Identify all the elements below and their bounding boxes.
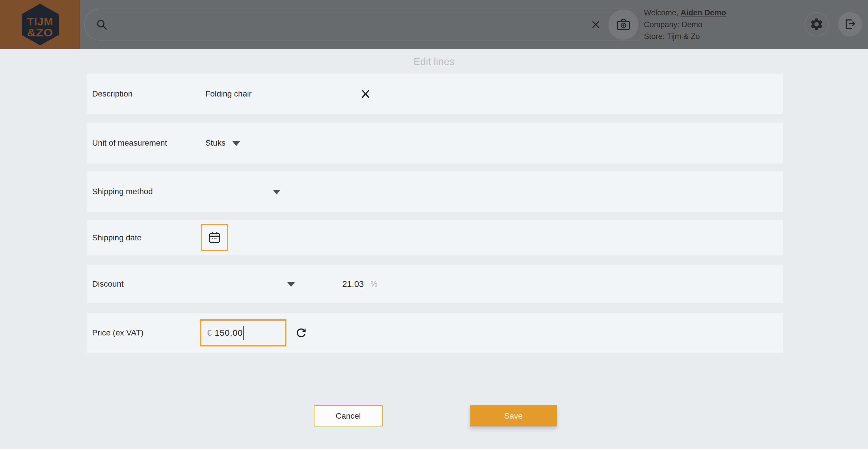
clear-search-button[interactable]: [590, 19, 601, 30]
search-icon: [96, 19, 108, 31]
chevron-down-icon[interactable]: [287, 282, 295, 287]
description-label: Description: [92, 89, 132, 98]
price-label: Price (ex VAT): [92, 328, 144, 337]
form-row-shipping-date: Shipping date: [87, 220, 783, 256]
user-name-link[interactable]: Aiden Demo: [681, 8, 726, 17]
form-row-price: Price (ex VAT) € 150.00: [87, 313, 783, 353]
unit-label: Unit of measurement: [92, 139, 167, 148]
refresh-price-button[interactable]: [294, 326, 308, 339]
shipping-date-label: Shipping date: [92, 233, 142, 242]
unit-value[interactable]: Stuks: [205, 139, 225, 148]
save-button[interactable]: Save: [470, 406, 557, 426]
euro-currency-symbol: €: [207, 328, 212, 338]
app-header: TIJM &ZO Welc: [0, 0, 868, 49]
welcome-prefix: Welcome,: [644, 8, 681, 17]
discount-label: Discount: [92, 279, 124, 289]
clear-description-button[interactable]: [360, 88, 371, 99]
close-icon: [590, 19, 601, 30]
logout-icon: [843, 18, 857, 31]
form-row-unit-of-measurement: Unit of measurement Stuks: [87, 122, 783, 163]
shipping-method-label: Shipping method: [92, 187, 153, 196]
shipping-date-picker-button[interactable]: [201, 224, 228, 251]
form-row-shipping-method: Shipping method: [87, 171, 783, 212]
hexagon-logo-icon: TIJM &ZO: [22, 4, 59, 46]
welcome-line: Welcome, Aiden Demo: [644, 7, 726, 19]
camera-search-button[interactable]: [609, 9, 639, 39]
cancel-button[interactable]: Cancel: [314, 406, 382, 426]
logo-text-line2: &ZO: [27, 27, 53, 39]
search-bar: [84, 9, 639, 40]
text-caret: [243, 326, 244, 340]
price-value: 150.00: [215, 328, 243, 338]
refresh-icon: [294, 326, 308, 339]
calendar-icon: [208, 231, 221, 244]
page-title: Edit lines: [0, 56, 868, 67]
discount-percent-sign: %: [370, 279, 377, 288]
discount-amount[interactable]: 21.03: [335, 279, 364, 289]
settings-button[interactable]: [804, 12, 829, 36]
logout-button[interactable]: [838, 12, 862, 36]
search-input[interactable]: [113, 13, 590, 36]
store-line: Store: Tijm & Zo: [644, 31, 726, 42]
brand-logo[interactable]: TIJM &ZO: [0, 0, 80, 49]
price-input[interactable]: € 150.00: [200, 319, 286, 347]
chevron-down-icon[interactable]: [273, 189, 280, 194]
user-info-block: Welcome, Aiden Demo Company: Demo Store:…: [644, 7, 726, 42]
camera-icon: [616, 18, 631, 31]
close-icon: [360, 88, 371, 99]
form-row-discount: Discount 21.03 %: [87, 265, 783, 303]
description-value[interactable]: Folding chair: [205, 89, 251, 98]
chevron-down-icon[interactable]: [232, 141, 240, 146]
form-row-description: Description Folding chair: [87, 74, 783, 114]
company-line: Company: Demo: [644, 19, 726, 31]
gear-icon: [809, 17, 824, 31]
logo-text-line1: TIJM: [27, 16, 53, 28]
